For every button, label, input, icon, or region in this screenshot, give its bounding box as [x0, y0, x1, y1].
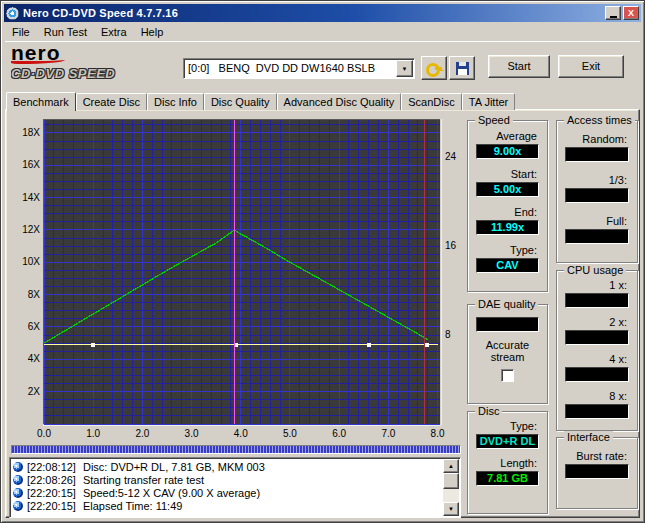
access-times-random-value [565, 147, 629, 162]
close-button[interactable]: X [623, 6, 639, 20]
group-interface-title: Interface [564, 431, 613, 444]
log-entry[interactable]: [22:08:26]Starting transfer rate test [12, 473, 442, 486]
log-listbox[interactable]: [22:08:12]Disc: DVD+R DL, 7.81 GB, MKM 0… [9, 457, 461, 518]
access-times-full-label: Full: [557, 215, 637, 227]
toolbar: nero CD·DVD SPEED [0:0] BENQ DVD DD DW16… [5, 41, 640, 91]
accurate-stream-label: Accurate stream [468, 339, 547, 363]
cpu-usage-1-x-label: 1 x: [557, 279, 637, 291]
x-axis-label: 5.0 [283, 428, 297, 439]
log-entry-time: [22:08:12] [27, 461, 76, 473]
log-entry-disc-icon [13, 462, 23, 472]
tab-create-disc[interactable]: Create Disc [76, 93, 147, 110]
drive-select[interactable]: [0:0] BENQ DVD DD DW1640 BSLB ▼ [183, 58, 415, 79]
accurate-stream-checkbox[interactable] [501, 369, 514, 382]
exit-button[interactable]: Exit [558, 55, 624, 78]
menu-bar: FileRun TestExtraHelp [5, 23, 640, 41]
cpu-usage-1-x-value [565, 293, 629, 308]
disc-type-value: DVD+R DL [476, 434, 539, 449]
log-entry[interactable]: [22:20:15]Elapsed Time: 11:49 [12, 499, 442, 512]
app-window: Nero CD-DVD Speed 4.7.7.16 X FileRun Tes… [0, 0, 645, 523]
tab-benchmark[interactable]: Benchmark [6, 92, 76, 111]
x-axis-label: 8.0 [431, 428, 445, 439]
group-cpu-usage-title: CPU usage [564, 264, 626, 277]
cpu-usage-4-x-label: 4 x: [557, 353, 637, 365]
left-axis-label: 18X [22, 127, 40, 138]
options-key-icon [425, 60, 443, 76]
nero-brand-text: nero [11, 43, 181, 62]
nero-logo: nero CD·DVD SPEED [11, 43, 181, 90]
options-button[interactable] [421, 56, 447, 80]
tab-disc-info[interactable]: Disc Info [147, 93, 204, 110]
speed-average-value: 9.00x [476, 144, 539, 159]
access-times-1-3-value [565, 188, 629, 203]
cpu-usage-4-x-value [565, 367, 629, 382]
speed-start-label: Start: [468, 168, 547, 180]
tab-advanced-disc-quality[interactable]: Advanced Disc Quality [277, 93, 402, 110]
menu-extra[interactable]: Extra [94, 24, 134, 40]
group-access-times: Access times Random:1/3:Full: [556, 120, 638, 263]
cpu-usage-2-x-label: 2 x: [557, 316, 637, 328]
access-times-random-label: Random: [557, 133, 637, 145]
left-axis-label: 14X [22, 192, 40, 203]
group-interface: Interface Burst rate: [556, 437, 638, 509]
left-axis-label: 16X [22, 159, 40, 170]
interface-burst-rate-label: Burst rate: [557, 450, 637, 462]
left-axis-label: 12X [22, 224, 40, 235]
save-button[interactable] [449, 56, 475, 80]
x-axis-label: 1.0 [86, 428, 100, 439]
left-axis-label: 10X [22, 256, 40, 267]
disc-length-label: Length: [468, 457, 547, 469]
minimize-button[interactable] [605, 6, 621, 20]
right-axis-label: 8 [445, 329, 451, 340]
speed-end-label: End: [468, 206, 547, 218]
log-entry-text: Speed:5-12 X CAV (9.00 X average) [83, 487, 260, 499]
speed-start-value: 5.00x [476, 182, 539, 197]
scroll-up-icon[interactable]: ▲ [443, 459, 459, 473]
log-entry-time: [22:20:15] [27, 500, 76, 512]
group-cpu-usage: CPU usage 1 x:2 x:4 x:8 x: [556, 270, 638, 431]
right-axis-label: 24 [445, 151, 457, 162]
start-button[interactable]: Start [488, 55, 550, 78]
tab-strip: BenchmarkCreate DiscDisc InfoDisc Qualit… [6, 91, 515, 110]
disc-length-value: 7.81 GB [476, 471, 539, 486]
minimize-icon [610, 16, 617, 18]
speed-type-label: Type: [468, 244, 547, 256]
chevron-down-icon[interactable]: ▼ [396, 60, 413, 77]
log-entry-time: [22:08:26] [27, 474, 76, 486]
x-axis-label: 4.0 [234, 428, 248, 439]
menu-run-test[interactable]: Run Test [37, 24, 94, 40]
menu-file[interactable]: File [5, 24, 37, 40]
log-entry-text: Starting transfer rate test [83, 474, 204, 486]
benchmark-chart-svg: 2X4X6X8X10X12X14X16X18X816240.01.02.03.0… [10, 116, 462, 442]
left-axis-label: 2X [28, 386, 41, 397]
dae-quality-value [476, 317, 539, 332]
series-marker [367, 343, 371, 347]
tab-ta-jitter[interactable]: TA Jitter [462, 93, 516, 110]
series-marker [425, 343, 429, 347]
benchmark-chart: 2X4X6X8X10X12X14X16X18X816240.01.02.03.0… [10, 116, 462, 442]
log-entry-time: [22:20:15] [27, 487, 76, 499]
x-axis-label: 3.0 [185, 428, 199, 439]
cpu-usage-8-x-value [565, 404, 629, 419]
menu-help[interactable]: Help [134, 24, 171, 40]
log-scrollbar[interactable]: ▲ ▼ [443, 459, 459, 516]
speed-average-label: Average [468, 130, 547, 142]
group-dae-quality-title: DAE quality [475, 298, 538, 311]
nero-product-text: CD·DVD SPEED [11, 66, 181, 81]
access-times-full-value [565, 229, 629, 244]
left-axis-label: 8X [28, 289, 41, 300]
floppy-save-icon [456, 62, 469, 75]
log-entry-text: Disc: DVD+R DL, 7.81 GB, MKM 003 [83, 461, 265, 473]
log-entry-text: Elapsed Time: 11:49 [83, 500, 182, 512]
log-entry[interactable]: [22:08:12]Disc: DVD+R DL, 7.81 GB, MKM 0… [12, 460, 442, 473]
scroll-thumb[interactable] [443, 473, 459, 489]
log-entry-disc-icon [13, 488, 23, 498]
tab-disc-quality[interactable]: Disc Quality [204, 93, 277, 110]
log-lines: [22:08:12]Disc: DVD+R DL, 7.81 GB, MKM 0… [12, 460, 442, 516]
scroll-down-icon[interactable]: ▼ [443, 502, 459, 516]
x-axis-label: 0.0 [37, 428, 51, 439]
log-entry[interactable]: [22:20:15]Speed:5-12 X CAV (9.00 X avera… [12, 486, 442, 499]
tab-scandisc[interactable]: ScanDisc [401, 93, 461, 110]
group-dae-quality: DAE quality Accurate stream [467, 304, 548, 404]
title-bar: Nero CD-DVD Speed 4.7.7.16 X [4, 4, 641, 22]
